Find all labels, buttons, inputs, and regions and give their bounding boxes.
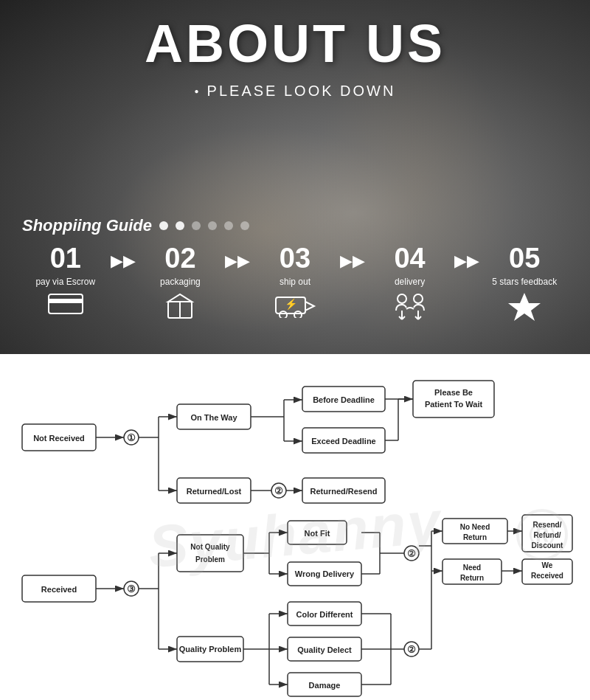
step-3-label: ship out <box>280 277 310 287</box>
step-2-label: packaging <box>160 277 201 287</box>
arrow-4: ▶▶ <box>453 252 481 271</box>
trademark-symbol: ® <box>516 509 568 561</box>
step-2-number: 02 <box>164 244 195 272</box>
svg-rect-0 <box>49 294 83 313</box>
svg-rect-1 <box>49 299 83 303</box>
svg-text:Damage: Damage <box>309 681 341 690</box>
svg-text:Please Be: Please Be <box>434 388 473 397</box>
steps-row: 01 pay via Escrow ▶▶ 02 packaging <box>22 244 568 332</box>
svg-text:Before Deadline: Before Deadline <box>313 395 375 404</box>
svg-text:On The Way: On The Way <box>190 413 237 422</box>
dot-6 <box>240 221 249 230</box>
svg-marker-3 <box>168 294 192 302</box>
flowchart: .node-text { font-family: Arial, sans-se… <box>15 376 575 700</box>
dot-1 <box>159 221 168 230</box>
arrow-3: ▶▶ <box>339 252 367 271</box>
not-received-label: Not Received <box>33 434 85 443</box>
svg-text:③: ③ <box>127 583 136 595</box>
dots-row <box>159 221 249 230</box>
step-4-label: delivery <box>395 277 425 287</box>
step-5-number: 05 <box>509 244 540 272</box>
svg-text:Return: Return <box>460 574 484 582</box>
svg-text:Quality Delect: Quality Delect <box>297 645 352 654</box>
svg-text:②: ② <box>407 644 416 655</box>
step-1: 01 pay via Escrow <box>22 244 109 319</box>
svg-text:Wrong Delivery: Wrong Delivery <box>295 569 355 578</box>
received-label: Received <box>41 585 77 594</box>
svg-rect-43 <box>413 381 494 417</box>
step-5-icon <box>508 291 541 326</box>
dot-5 <box>224 221 233 230</box>
svg-text:Problem: Problem <box>195 555 225 564</box>
svg-text:Patient To Wait: Patient To Wait <box>425 400 483 409</box>
svg-text:Not Fit: Not Fit <box>305 529 330 538</box>
svg-rect-61 <box>177 535 243 572</box>
bottom-section: Syuhanny ® .node-text { font-family: Ari… <box>0 354 590 700</box>
svg-text:No Need: No Need <box>460 523 490 531</box>
step-1-icon <box>47 291 84 319</box>
subtitle: PLEASE LOOK DOWN <box>0 83 590 100</box>
step-2: 02 packaging <box>137 244 224 325</box>
svg-text:Quality Problem: Quality Problem <box>179 645 242 654</box>
svg-text:Returned/Lost: Returned/Lost <box>187 487 242 496</box>
svg-text:We: We <box>542 561 553 569</box>
svg-marker-7 <box>305 302 314 311</box>
svg-text:①: ① <box>127 432 136 443</box>
arrow-2: ▶▶ <box>223 252 251 271</box>
svg-text:Returned/Resend: Returned/Resend <box>310 487 377 496</box>
svg-text:Color Different: Color Different <box>296 610 353 619</box>
svg-text:⚡: ⚡ <box>285 298 298 311</box>
dot-4 <box>208 221 217 230</box>
svg-text:Exceed Deadline: Exceed Deadline <box>311 437 375 446</box>
svg-text:Return: Return <box>463 533 487 541</box>
shopping-guide-title: Shoppiing Guide <box>22 216 568 235</box>
step-5: 05 5 stars feedback <box>481 244 568 326</box>
step-1-number: 01 <box>50 244 81 272</box>
step-2-icon <box>165 291 195 325</box>
svg-point-8 <box>280 311 287 318</box>
svg-point-11 <box>398 294 406 303</box>
svg-marker-19 <box>508 293 541 321</box>
page-title: ABOUT US <box>0 13 590 74</box>
svg-text:②: ② <box>274 485 283 496</box>
svg-point-15 <box>414 294 423 303</box>
svg-point-9 <box>294 311 302 318</box>
arrow-1: ▶▶ <box>109 252 137 271</box>
svg-text:Not Quality: Not Quality <box>190 543 230 551</box>
step-5-label: 5 stars feedback <box>492 277 557 287</box>
svg-text:②: ② <box>407 548 416 559</box>
step-3: 03 ship out ⚡ <box>251 244 339 322</box>
svg-text:Received: Received <box>531 572 563 580</box>
dot-3 <box>192 221 201 230</box>
step-4-icon <box>392 291 428 332</box>
step-1-label: pay via Escrow <box>35 277 95 287</box>
step-4-number: 04 <box>394 244 425 272</box>
dot-2 <box>176 221 184 230</box>
step-4: 04 delivery <box>367 244 454 332</box>
step-3-number: 03 <box>280 244 310 272</box>
top-section: ABOUT US PLEASE LOOK DOWN Shoppiing Guid… <box>0 0 590 354</box>
svg-text:Need: Need <box>463 564 481 572</box>
step-3-icon: ⚡ <box>273 291 317 322</box>
shopping-guide-section: Shoppiing Guide 01 pay via Escrow <box>0 201 590 354</box>
